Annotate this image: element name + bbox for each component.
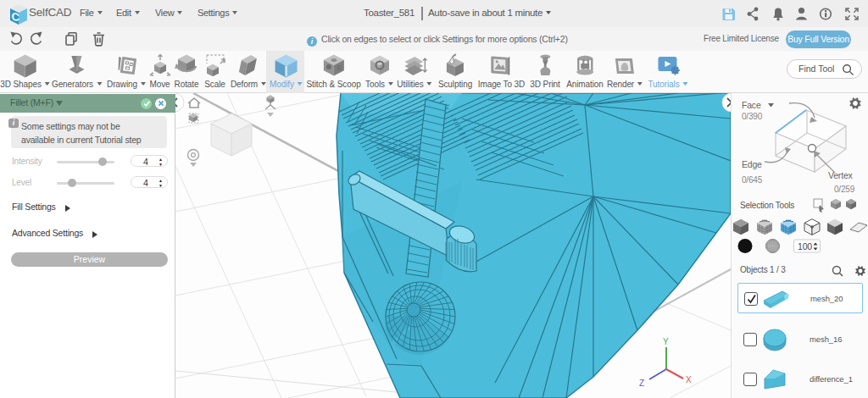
svg-text:0/390: 0/390	[742, 112, 763, 121]
svg-text:Y: Y	[663, 337, 669, 346]
svg-text:Vertex: Vertex	[828, 170, 854, 180]
svg-text:Edge: Edge	[742, 159, 762, 169]
svg-text:C: C	[12, 10, 20, 25]
svg-text:100: 100	[798, 241, 812, 252]
svg-text:0/645: 0/645	[742, 175, 763, 185]
svg-text:X: X	[686, 375, 692, 384]
svg-text:0/259: 0/259	[834, 185, 855, 194]
svg-text:Face: Face	[742, 100, 761, 110]
svg-text:Selection Tools: Selection Tools	[740, 201, 794, 210]
svg-text:Z: Z	[639, 379, 644, 388]
